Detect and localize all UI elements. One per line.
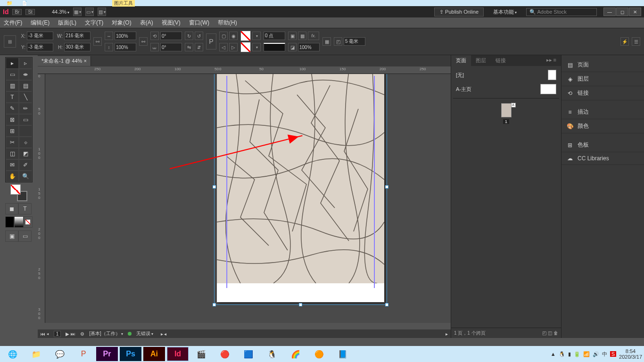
apply-text-icon[interactable]: T xyxy=(18,203,32,214)
taskbar-wechat-icon[interactable]: 💬 xyxy=(49,347,71,361)
corner-field[interactable]: 5 毫米 xyxy=(344,37,365,46)
close-button[interactable]: ✕ xyxy=(629,8,641,16)
stock-button[interactable]: St xyxy=(25,9,34,15)
panel-expand-icon[interactable]: ▸▸ ≡ xyxy=(542,55,561,66)
page-number-field[interactable]: 1 xyxy=(54,331,61,337)
menu-edit[interactable]: 编辑(E) xyxy=(31,19,50,27)
preflight-errors[interactable]: 无错误 xyxy=(136,330,153,337)
y-field[interactable]: -3 毫米 xyxy=(27,43,53,51)
rect-frame-tool[interactable]: ⊠ xyxy=(6,114,19,125)
tray-wifi-icon[interactable]: 📶 xyxy=(583,351,590,357)
select-next-icon[interactable]: ▷ xyxy=(229,43,238,51)
dock-links[interactable]: ⟲链接 xyxy=(561,86,644,100)
constrain-scale-icon[interactable]: ⚯ xyxy=(139,37,148,46)
master-a-row[interactable]: A-主页 xyxy=(453,82,559,96)
apply-gradient-icon[interactable] xyxy=(14,216,23,228)
tray-volume-icon[interactable]: 🔊 xyxy=(593,351,599,357)
zoom-level-select[interactable]: 44.3% xyxy=(52,9,69,15)
bridge-button[interactable]: Br xyxy=(12,9,22,15)
preflight-preset[interactable]: [基本]（工作） xyxy=(89,330,123,337)
menu-help[interactable]: 帮助(H) xyxy=(218,19,237,27)
new-page-icon[interactable]: ◫ xyxy=(548,330,552,336)
preview-view-icon[interactable]: ▭ xyxy=(18,230,32,242)
blank-tool[interactable] xyxy=(19,125,32,137)
fill-stroke-control[interactable] xyxy=(10,184,27,201)
taskbar-illustrator-icon[interactable]: Ai xyxy=(143,347,165,361)
minimize-button[interactable]: — xyxy=(603,8,616,16)
drop-shadow-icon[interactable]: ◪ xyxy=(288,43,297,51)
arrange-docs-icon[interactable]: ▥ xyxy=(98,8,106,16)
edit-page-size-icon[interactable]: ◰ xyxy=(542,330,546,336)
canvas[interactable]: 050100150200250300 xyxy=(38,74,451,323)
menu-type[interactable]: 文字(T) xyxy=(85,19,103,27)
menu-file[interactable]: 文件(F) xyxy=(4,19,22,27)
selection-tool[interactable]: ▸ xyxy=(6,58,19,69)
wrap-bbox-icon[interactable]: ▦ xyxy=(298,32,306,40)
constrain-icon[interactable]: ⚯ xyxy=(93,37,102,46)
eyedropper-tool[interactable]: ✐ xyxy=(19,159,32,171)
dock-pages[interactable]: ▤页面 xyxy=(561,58,644,72)
stroke-weight-field[interactable]: 0 点 xyxy=(264,32,285,40)
taskbar-indesign-icon[interactable]: Id xyxy=(167,347,189,361)
select-prev-icon[interactable]: ◁ xyxy=(219,43,228,51)
rotate-cw-icon[interactable]: ↻ xyxy=(185,32,193,40)
rect-tool[interactable]: ▭ xyxy=(19,114,32,125)
tray-clock[interactable]: 8:542020/3/17 xyxy=(619,348,642,360)
flip-h-icon[interactable]: ⇋ xyxy=(185,43,193,51)
menu-window[interactable]: 窗口(W) xyxy=(189,19,209,27)
workspace-select[interactable]: 基本功能 xyxy=(493,8,517,16)
pen-tool[interactable]: ✎ xyxy=(6,103,19,114)
menu-layout[interactable]: 版面(L) xyxy=(58,19,76,27)
view-options-icon[interactable]: ▦ xyxy=(73,8,82,16)
direct-selection-tool[interactable]: ▹ xyxy=(19,58,32,69)
tray-expand-icon[interactable]: ▲ xyxy=(551,351,556,357)
flip-v-icon[interactable]: ⇵ xyxy=(195,43,203,51)
page-1-thumbnail[interactable]: A xyxy=(501,103,512,117)
pencil-tool[interactable]: ✏ xyxy=(19,103,32,114)
gradient-swatch-tool[interactable]: ◫ xyxy=(6,148,19,159)
scale-y-field[interactable]: 100% xyxy=(115,43,136,51)
tray-net-icon[interactable]: ▮ xyxy=(568,351,571,357)
adobe-stock-search[interactable]: 🔍 Adobe Stock xyxy=(526,8,597,16)
taskbar-premiere-icon[interactable]: Pr xyxy=(96,347,118,361)
fill-swatch[interactable] xyxy=(240,31,251,41)
taskbar-photoshop-icon[interactable]: Ps xyxy=(120,347,141,361)
x-field[interactable]: -3 毫米 xyxy=(27,32,53,40)
apply-color-icon[interactable]: ◼ xyxy=(5,203,18,214)
menu-object[interactable]: 对象(O) xyxy=(112,19,131,27)
reference-point-icon[interactable]: ⊞ xyxy=(4,35,16,48)
dock-cc-libraries[interactable]: ☁CC Libraries xyxy=(561,152,644,165)
menu-table[interactable]: 表(A) xyxy=(140,19,153,27)
tray-qq-icon[interactable]: 🐧 xyxy=(559,351,565,357)
layers-panel-tab[interactable]: 图层 xyxy=(471,55,491,66)
tray-ime-icon[interactable]: S xyxy=(610,351,616,357)
taskbar-app3-icon[interactable]: 🟠 xyxy=(308,347,330,361)
wrap-none-icon[interactable]: ▣ xyxy=(288,32,297,40)
normal-view-icon[interactable]: ▣ xyxy=(5,230,18,242)
menu-view[interactable]: 视图(V) xyxy=(162,19,181,27)
zoom-tool[interactable]: 🔍 xyxy=(19,171,32,182)
select-container-icon[interactable]: ▢ xyxy=(219,32,228,40)
h-field[interactable]: 303 毫米 xyxy=(64,43,91,51)
master-none-row[interactable]: [无] xyxy=(453,68,559,82)
quick-apply-icon[interactable]: ⚡ xyxy=(620,37,629,46)
apply-fill-icon[interactable] xyxy=(5,216,14,228)
scissors-tool[interactable]: ✂ xyxy=(6,137,19,148)
taskbar-explorer-icon[interactable]: 📁 xyxy=(25,347,47,361)
line-tool[interactable]: ╲ xyxy=(19,91,32,103)
shear-field[interactable]: 0° xyxy=(160,43,182,51)
hand-tool[interactable]: ✋ xyxy=(6,171,19,182)
taskbar-app1-icon[interactable]: 🔴 xyxy=(214,347,236,361)
screen-mode-icon[interactable]: ▭ xyxy=(85,8,94,16)
taskbar-notes-icon[interactable]: 📘 xyxy=(332,347,354,361)
gradient-feather-tool[interactable]: ◩ xyxy=(19,148,32,159)
corner-icon[interactable]: ◰ xyxy=(334,37,342,46)
tray-battery-icon[interactable]: 🔋 xyxy=(574,351,580,357)
apply-none-icon[interactable] xyxy=(24,216,33,228)
delete-page-icon[interactable]: 🗑 xyxy=(553,330,558,336)
scale-x-field[interactable]: 100% xyxy=(115,32,136,40)
page-tool[interactable]: ▭ xyxy=(6,69,19,80)
pages-panel-tab[interactable]: 页面 xyxy=(451,55,471,66)
panel-menu-icon[interactable]: ☰ xyxy=(632,37,640,46)
rotate-field[interactable]: 0° xyxy=(160,32,182,40)
